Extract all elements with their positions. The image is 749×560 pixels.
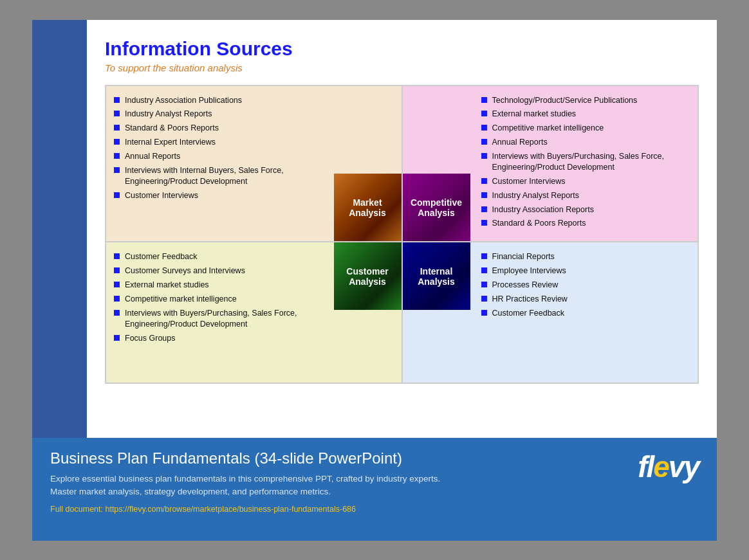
quadrant-market-analysis: Industry Association Publications Indust…	[106, 86, 402, 242]
list-item: Interviews with Buyers/Purchasing, Sales…	[481, 151, 690, 173]
bullet-icon	[114, 335, 120, 341]
bullet-icon	[481, 267, 487, 273]
list-item: Standard & Poors Reports	[481, 218, 690, 229]
bullet-icon	[114, 139, 120, 145]
banner-title-normal: (34-slide PowerPoint)	[250, 449, 402, 467]
slide-top: Information Sources To support the situa…	[32, 20, 717, 438]
list-item: Customer Feedback	[114, 251, 323, 262]
bullet-icon	[114, 253, 120, 259]
list-item: Processes Review	[481, 280, 690, 291]
bullet-icon	[481, 296, 487, 302]
bullet-icon	[481, 192, 487, 198]
internal-analysis-label: InternalAnalysis	[403, 242, 470, 310]
list-item: Customer Surveys and Interviews	[114, 266, 323, 276]
bullet-icon	[481, 220, 487, 226]
bullet-icon	[481, 310, 487, 316]
banner-left: Business Plan Fundamentals (34-slide Pow…	[50, 449, 638, 514]
list-item: Interviews with Internal Buyers, Sales F…	[114, 165, 323, 187]
bullet-icon	[114, 267, 120, 273]
banner-link[interactable]: Full document: https://flevy.com/browse/…	[50, 505, 638, 514]
list-item: Annual Reports	[114, 151, 323, 162]
list-item: Customer Interviews	[114, 190, 323, 201]
bullet-icon	[481, 282, 487, 287]
list-item: Financial Reports	[481, 251, 690, 262]
quadrant-internal-analysis: InternalAnalysis Financial Reports Emplo…	[402, 242, 699, 383]
list-item: External market studies	[114, 280, 323, 291]
slide-title: Information Sources	[105, 38, 699, 60]
list-item: Interviews with Buyers/Purchasing, Sales…	[114, 308, 323, 330]
bullet-icon	[481, 97, 487, 103]
list-item: Internal Expert Interviews	[114, 137, 323, 148]
bullet-icon	[481, 253, 487, 259]
list-item: Industry Analyst Reports	[481, 190, 690, 201]
bullet-icon	[114, 111, 120, 116]
banner-title: Business Plan Fundamentals (34-slide Pow…	[50, 449, 638, 467]
list-item: Competitive market intelligence	[114, 294, 323, 305]
list-item: Industry Analyst Reports	[114, 109, 323, 120]
quadrant-customer-analysis: Customer Feedback Customer Surveys and I…	[106, 242, 402, 383]
list-item: Competitive market intelligence	[481, 123, 690, 134]
list-item: Standard & Poors Reports	[114, 123, 323, 134]
banner-right: flevy	[638, 449, 699, 487]
list-item: Employee Interviews	[481, 266, 690, 276]
bullet-icon	[481, 153, 487, 159]
market-analysis-label: MarketAnalysis	[334, 174, 402, 241]
slide-container: Information Sources To support the situa…	[32, 20, 717, 541]
customer-analysis-label: CustomerAnalysis	[334, 242, 402, 310]
list-item: HR Practices Review	[481, 294, 690, 305]
list-item: Customer Feedback	[481, 308, 690, 319]
bullet-icon	[114, 192, 120, 198]
list-item: Industry Association Reports	[481, 204, 690, 215]
bullet-icon	[481, 111, 487, 116]
competitive-analysis-label: CompetitiveAnalysis	[403, 174, 470, 241]
bullet-icon	[114, 296, 120, 302]
bullet-icon	[114, 282, 120, 287]
bullet-icon	[481, 125, 487, 131]
bottom-banner: Business Plan Fundamentals (34-slide Pow…	[32, 438, 717, 541]
slide-subtitle: To support the situation analysis	[105, 62, 699, 73]
bullet-icon	[114, 125, 120, 131]
list-item: Industry Association Publications	[114, 95, 323, 106]
grid-wrapper: Industry Association Publications Indust…	[105, 85, 699, 384]
bullet-icon	[114, 153, 120, 159]
bullet-icon	[481, 178, 487, 184]
list-item: Customer Interviews	[481, 176, 690, 187]
banner-title-bold: Business Plan Fundamentals	[50, 449, 250, 467]
list-item: Technology/Product/Service Publications	[481, 95, 690, 106]
list-item: Annual Reports	[481, 137, 690, 148]
bullet-icon	[481, 206, 487, 212]
slide-content: Information Sources To support the situa…	[87, 20, 717, 438]
quadrant-competitive-analysis: CompetitiveAnalysis Technology/Product/S…	[402, 86, 699, 242]
list-item: Focus Groups	[114, 333, 323, 344]
bullet-icon	[481, 139, 487, 145]
list-item: External market studies	[481, 109, 690, 120]
banner-description: Explore essential business plan fundamen…	[50, 473, 449, 499]
left-bar	[32, 20, 87, 438]
bullet-icon	[114, 97, 120, 103]
bullet-icon	[114, 167, 120, 173]
bullet-icon	[114, 310, 120, 316]
flevy-logo: flevy	[638, 449, 699, 484]
